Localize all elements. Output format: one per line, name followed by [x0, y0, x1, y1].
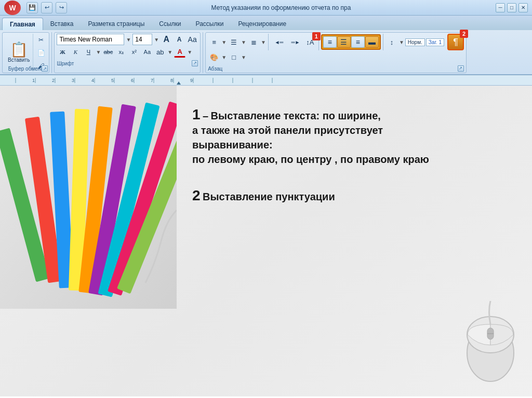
font-name-box[interactable]: Times New Roman — [57, 34, 124, 45]
annotation-1: 1 – Выставление текста: по ширине, а так… — [192, 106, 516, 167]
change-case-button[interactable]: Aa — [141, 46, 153, 58]
svg-rect-0 — [0, 75, 532, 86]
tab-mailings[interactable]: Рассылки — [189, 18, 231, 30]
paste-label: Вставить — [8, 57, 30, 63]
subscript-button[interactable]: x₂ — [115, 46, 127, 58]
heading1-style-btn[interactable]: Заг. 1 — [426, 38, 444, 46]
align-justify-button[interactable]: ▬ — [365, 36, 379, 48]
font-row-1: Times New Roman ▼ 14 ▼ A A Аа — [57, 34, 198, 45]
annotation-2-number: 2 — [192, 187, 201, 203]
bullet-list-button[interactable]: ≡ — [208, 36, 220, 48]
copy-button[interactable]: 📄 — [35, 48, 47, 58]
tab-review[interactable]: Рецензирование — [231, 18, 294, 30]
line-spacing-button[interactable]: ↕ — [385, 36, 398, 48]
redo-quick-btn[interactable]: ↪ — [56, 2, 67, 13]
minimize-button[interactable]: ─ — [496, 3, 505, 12]
separator-2 — [203, 32, 203, 73]
annotation-1-text-line1: Выставление текста: по ширине, — [211, 110, 381, 121]
text-color-button[interactable]: ab — [154, 46, 166, 58]
ruler-svg: 1 2 3 4 5 6 7 8 9 — [0, 75, 532, 86]
paragraph-group: ≡ ▼ ☰ ▼ ≣ ▼ ◄═ ═► ↕A 1 ≡ ☰ — [205, 32, 467, 73]
clear-format-button[interactable]: Аа — [187, 34, 198, 45]
title-bar: W 💾 ↩ ↪ Метод указанияи по оформлению от… — [0, 0, 532, 16]
font-group: Times New Roman ▼ 14 ▼ A A Аа Ж К Ч ▼ ab… — [54, 32, 201, 73]
decrease-indent-button[interactable]: ◄═ — [271, 36, 287, 48]
annotation-1-dash: – — [203, 110, 208, 121]
inner-separator-1 — [268, 34, 269, 50]
tab-home[interactable]: Главная — [2, 18, 43, 30]
font-color-button[interactable]: A — [174, 46, 185, 58]
shading-button[interactable]: 🎨 — [208, 51, 220, 63]
close-button[interactable]: ✕ — [518, 3, 528, 12]
svg-text:2: 2 — [52, 78, 55, 83]
normal-style-btn[interactable]: Норм. — [405, 38, 425, 46]
cut-button[interactable]: ✂ — [35, 35, 47, 45]
paragraph-group-label: Абзац — [208, 65, 222, 72]
paragraph-row-1: ≡ ▼ ☰ ▼ ≣ ▼ ◄═ ═► ↕A 1 ≡ ☰ — [208, 34, 464, 50]
shading-dropdown[interactable]: ▼ — [221, 54, 227, 60]
sort-indent-area: ◄═ ═► ↕A 1 — [271, 36, 316, 48]
font-size-box[interactable]: 14 — [132, 34, 152, 45]
badge-2: 2 — [460, 30, 468, 38]
title-bar-left: W 💾 ↩ ↪ — [4, 1, 68, 15]
border-dropdown[interactable]: ▼ — [241, 54, 246, 60]
badge-1: 1 — [312, 32, 321, 40]
svg-text:4: 4 — [91, 78, 94, 83]
clipboard-expand-button[interactable]: ↗ — [42, 65, 48, 72]
strikethrough-button[interactable]: abc — [102, 46, 114, 58]
ribbon: Главная Вставка Разметка страницы Ссылки… — [0, 16, 532, 75]
bold-button[interactable]: Ж — [57, 46, 68, 58]
svg-text:8: 8 — [170, 78, 173, 83]
font-expand-button[interactable]: ↗ — [192, 60, 198, 66]
align-right-button[interactable]: ≡ — [351, 36, 365, 48]
font-name-dropdown-arrow[interactable]: ▼ — [126, 37, 131, 43]
pilcrow-area: ¶ 2 — [447, 34, 464, 50]
italic-button[interactable]: К — [70, 46, 81, 58]
ribbon-content: 📋 Вставить ✂ 📄 🖌 Буфер обмена ↗ Times Ne… — [0, 30, 532, 74]
align-center-button[interactable]: ☰ — [337, 36, 351, 48]
numbered-list-button[interactable]: ☰ — [228, 36, 240, 48]
annotation-1-number: 1 — [192, 106, 201, 122]
annotation-1-text-line3: выравнивание: — [192, 139, 273, 150]
content-area: 1 – Выставление текста: по ширине, а так… — [0, 86, 532, 396]
save-quick-btn[interactable]: 💾 — [26, 2, 38, 13]
font-group-label: Шрифт — [57, 60, 74, 66]
paste-icon: 📋 — [10, 43, 28, 57]
tab-page-layout[interactable]: Разметка страницы — [81, 18, 152, 30]
office-button[interactable]: W — [4, 1, 21, 15]
numbered-dropdown[interactable]: ▼ — [241, 39, 246, 45]
maximize-button[interactable]: □ — [507, 3, 516, 12]
annotation-2: 2 Выставление пунктуации — [192, 187, 516, 204]
multilevel-dropdown[interactable]: ▼ — [261, 39, 266, 45]
svg-text:5: 5 — [111, 78, 114, 83]
svg-text:7: 7 — [151, 78, 153, 83]
font-color-dropdown[interactable]: ▼ — [187, 49, 192, 55]
inner-separator-3 — [383, 34, 383, 50]
text-color-dropdown[interactable]: ▼ — [167, 49, 172, 55]
multilevel-list-button[interactable]: ≣ — [247, 36, 260, 48]
underline-dropdown[interactable]: ▼ — [96, 49, 101, 55]
paragraph-expand-button[interactable]: ↗ — [458, 65, 464, 72]
font-size-dropdown-arrow[interactable]: ▼ — [154, 37, 159, 43]
separator-1 — [51, 32, 52, 73]
annotation-1-text-line4: по левому краю, по центру , по правому к… — [192, 154, 429, 165]
border-button[interactable]: □ — [228, 51, 240, 63]
paragraph-row-2: 🎨 ▼ □ ▼ — [208, 51, 464, 63]
font-row-2: Ж К Ч ▼ abc x₂ x² Aa ab ▼ A ▼ — [57, 46, 198, 58]
bullet-dropdown[interactable]: ▼ — [221, 39, 227, 45]
superscript-button[interactable]: x² — [128, 46, 140, 58]
tab-references[interactable]: Ссылки — [152, 18, 188, 30]
tab-insert[interactable]: Вставка — [43, 18, 81, 30]
increase-indent-button[interactable]: ═► — [287, 36, 304, 48]
increase-font-button[interactable]: A — [161, 34, 172, 45]
mouse-illustration — [459, 301, 522, 386]
underline-button[interactable]: Ч — [83, 46, 94, 58]
line-spacing-dropdown[interactable]: ▼ — [399, 39, 404, 45]
clipboard-group: 📋 Вставить ✂ 📄 🖌 Буфер обмена ↗ — [2, 32, 49, 73]
decrease-font-button[interactable]: A — [174, 34, 185, 45]
align-left-button[interactable]: ≡ — [323, 36, 337, 48]
undo-quick-btn[interactable]: ↩ — [41, 2, 52, 13]
books-area — [0, 86, 177, 396]
books-illustration — [0, 86, 177, 309]
styles-preview-area: Норм. Заг. 1 — [405, 38, 444, 46]
